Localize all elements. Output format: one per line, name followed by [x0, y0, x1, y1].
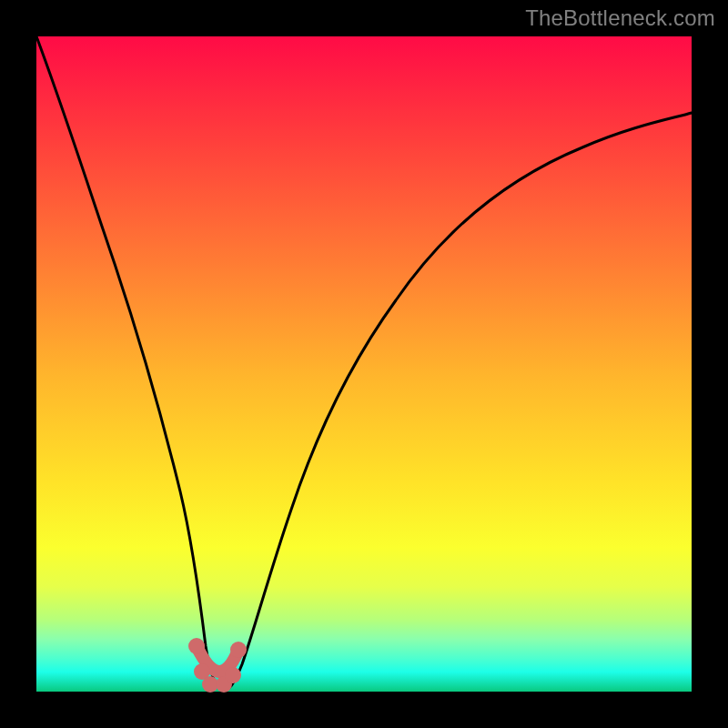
plot-area: [36, 36, 692, 692]
trough-marker: [188, 638, 247, 693]
watermark-text: TheBottleneck.com: [525, 5, 715, 31]
bottleneck-curve: [36, 36, 692, 690]
chart-svg: [36, 36, 692, 692]
svg-point-5: [230, 642, 247, 658]
svg-point-0: [188, 638, 205, 654]
svg-point-4: [225, 667, 241, 683]
chart-frame: TheBottleneck.com: [0, 0, 728, 728]
